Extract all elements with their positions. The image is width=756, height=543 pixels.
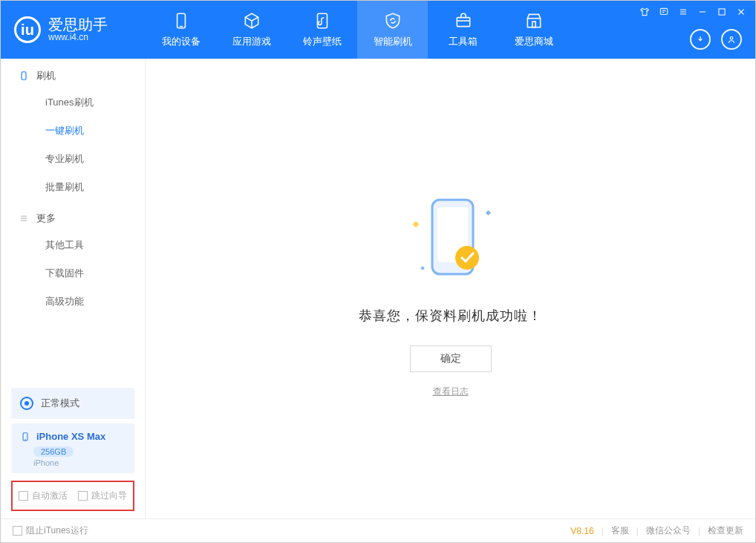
tab-apps-games[interactable]: 应用游戏 (216, 1, 287, 59)
tab-label: 爱思商城 (515, 35, 553, 48)
ok-button[interactable]: 确定 (410, 345, 492, 372)
version-label: V8.16 (570, 526, 593, 536)
nav-batch-flash[interactable]: 批量刷机 (1, 173, 145, 201)
logo: iu 爱思助手 www.i4.cn (1, 16, 146, 43)
mode-status[interactable]: 正常模式 (11, 388, 134, 419)
cube-icon (242, 11, 261, 30)
nav-other-tools[interactable]: 其他工具 (1, 231, 145, 259)
checkbox-box (78, 491, 88, 501)
device-icon (172, 11, 191, 30)
svg-rect-2 (317, 13, 327, 28)
sidebar: 刷机 iTunes刷机 一键刷机 专业刷机 批量刷机 更多 其他工具 下载固件 … (1, 59, 146, 518)
tab-label: 铃声壁纸 (303, 35, 342, 48)
nav-itunes-flash[interactable]: iTunes刷机 (1, 88, 145, 117)
svg-rect-7 (660, 8, 667, 14)
view-log-link[interactable]: 查看日志 (433, 386, 469, 398)
checkbox-skip-guide[interactable]: 跳过向导 (78, 490, 127, 502)
tab-ringtones-wallpapers[interactable]: 铃声壁纸 (287, 1, 357, 59)
checkbox-auto-activate[interactable]: 自动激活 (19, 490, 68, 502)
nav-one-click-flash[interactable]: 一键刷机 (1, 117, 145, 145)
svg-point-17 (730, 37, 733, 40)
svg-rect-14 (719, 9, 725, 15)
wechat-link[interactable]: 微信公众号 (646, 524, 691, 537)
feedback-icon[interactable] (659, 7, 669, 17)
tab-toolbox[interactable]: 工具箱 (428, 1, 498, 59)
svg-rect-18 (22, 72, 26, 80)
tab-label: 智能刷机 (374, 35, 412, 48)
tab-label: 应用游戏 (232, 35, 271, 48)
logo-icon: iu (14, 16, 41, 43)
list-icon (19, 213, 29, 224)
nav-download-firmware[interactable]: 下载固件 (1, 259, 145, 287)
close-icon[interactable] (736, 7, 746, 17)
checkbox-block-itunes[interactable]: 阻止iTunes运行 (13, 524, 88, 537)
svg-point-26 (455, 246, 479, 270)
sidebar-section-more: 更多 (1, 201, 145, 231)
toolbox-icon (454, 11, 473, 30)
checkbox-label: 阻止iTunes运行 (26, 524, 88, 537)
tab-smart-flash[interactable]: 智能刷机 (357, 1, 428, 59)
checkbox-label: 自动激活 (32, 490, 68, 502)
shop-icon (524, 11, 544, 30)
svg-rect-3 (457, 18, 469, 27)
download-button[interactable] (690, 29, 711, 50)
header-action-circles (690, 29, 742, 50)
device-capacity: 256GB (33, 446, 74, 457)
success-message: 恭喜您，保资料刷机成功啦！ (359, 307, 542, 325)
tab-my-device[interactable]: 我的设备 (146, 1, 216, 59)
music-file-icon (313, 11, 332, 30)
checkbox-label: 跳过向导 (91, 490, 127, 502)
app-header: iu 爱思助手 www.i4.cn 我的设备 应用游戏 铃声壁纸 智能刷机 工具… (1, 1, 755, 59)
svg-rect-6 (532, 22, 535, 27)
checkbox-box (19, 491, 28, 501)
mode-label: 正常模式 (41, 397, 79, 410)
device-info[interactable]: iPhone XS Max 256GB iPhone (11, 423, 134, 473)
phone-icon (19, 71, 29, 81)
user-icon (726, 34, 737, 45)
main-tabs: 我的设备 应用游戏 铃声壁纸 智能刷机 工具箱 爱思商城 (146, 1, 569, 59)
flash-options-highlight: 自动激活 跳过向导 (11, 481, 134, 511)
svg-rect-5 (527, 19, 540, 27)
maximize-icon[interactable] (717, 7, 727, 17)
section-title: 刷机 (36, 69, 56, 82)
section-title: 更多 (36, 212, 56, 225)
sidebar-section-flash: 刷机 (1, 59, 145, 88)
support-link[interactable]: 客服 (611, 524, 629, 537)
status-bar: 阻止iTunes运行 V8.16 | 客服 | 微信公众号 | 检查更新 (1, 518, 755, 542)
minimize-icon[interactable] (697, 7, 708, 17)
checkbox-box (13, 526, 22, 536)
tab-label: 工具箱 (449, 35, 478, 48)
shield-refresh-icon (383, 11, 403, 30)
logo-title: 爱思助手 (48, 17, 108, 32)
device-small-icon (20, 432, 30, 442)
check-update-link[interactable]: 检查更新 (708, 524, 743, 537)
tshirt-icon[interactable] (639, 7, 650, 17)
logo-subtitle: www.i4.cn (48, 32, 108, 42)
main-content: 恭喜您，保资料刷机成功啦！ 确定 查看日志 (146, 59, 755, 518)
success-illustration (391, 192, 510, 289)
user-button[interactable] (721, 29, 742, 50)
device-name: iPhone XS Max (36, 431, 105, 442)
device-type: iPhone (33, 458, 126, 467)
window-controls (639, 7, 746, 17)
menu-icon[interactable] (678, 7, 688, 17)
nav-advanced[interactable]: 高级功能 (1, 287, 145, 316)
nav-pro-flash[interactable]: 专业刷机 (1, 145, 145, 173)
tab-mall[interactable]: 爱思商城 (498, 1, 569, 59)
tab-label: 我的设备 (162, 35, 201, 48)
mode-icon (20, 397, 33, 410)
download-icon (695, 34, 706, 45)
